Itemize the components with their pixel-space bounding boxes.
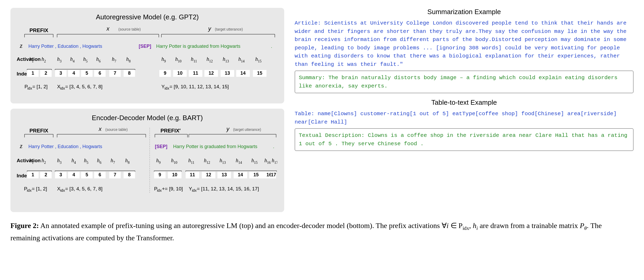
idx6-auto: 6 — [99, 71, 101, 76]
dec-h9-sub: 9 — [159, 161, 161, 165]
dec-formula-y-eq: = [11, 12, 13, 14, 15, 16, 17] — [197, 186, 259, 191]
dec-h15-sub: 15 — [254, 161, 258, 165]
idx7-auto: 7 — [114, 71, 116, 76]
enc-h6-sub: 6 — [100, 161, 101, 165]
x-sub-enc: (source table) — [105, 127, 128, 132]
h8-auto: h — [126, 56, 129, 62]
caption-text: An annotated example of prefix-tuning us… — [10, 221, 602, 242]
dec-idx17: 17 — [271, 172, 276, 177]
y-label-dec: y — [226, 126, 230, 132]
formula-p-sub-auto: idx — [27, 86, 32, 90]
enc-h7: h — [111, 158, 113, 163]
dec-idx10: 10 — [172, 172, 177, 177]
dec-idx9: 9 — [159, 172, 161, 177]
h4-auto: h — [70, 56, 73, 62]
x-label-enc: x — [99, 126, 102, 132]
z-tokens-prefix-auto: Harry Potter , Education , Hogwarts — [28, 44, 102, 49]
dec-formula-p2-eq: += [9, 10] — [162, 186, 183, 191]
dec-h16-sub: 16 — [267, 161, 271, 165]
dec-h13: h — [220, 158, 222, 163]
prefix-label-enc: PREFIX — [29, 128, 48, 133]
dec-formula-y-sub: idx — [192, 188, 197, 192]
enc-h3: h — [57, 158, 60, 163]
dec-idx15: 15 — [253, 172, 259, 177]
enc-idx6: 6 — [99, 172, 101, 177]
h6-auto: h — [96, 56, 99, 62]
h15-sub-auto: 15 — [258, 59, 262, 63]
autoregressive-diagram: Autoregressive Model (e.g. GPT2) PREFIX … — [10, 8, 284, 103]
formula-p-eq-auto: = [1, 2] — [32, 84, 48, 89]
idx10-auto: 10 — [177, 71, 183, 76]
h5-auto: h — [83, 56, 86, 62]
enc-formula-p-sub: idx — [27, 188, 32, 192]
enc-formula-x-sub: idx — [60, 188, 65, 192]
dec-idx13: 13 — [222, 172, 227, 177]
dec-h12: h — [204, 158, 206, 163]
dec-h9: h — [156, 158, 159, 163]
figure-label: Figure 2: — [10, 221, 39, 230]
dec-idx14: 14 — [238, 172, 243, 177]
enc-h4: h — [71, 158, 74, 163]
h13-sub-auto: 13 — [225, 59, 229, 63]
dec-h16: h — [264, 158, 267, 163]
h5-sub-auto: 5 — [86, 59, 88, 63]
z-label-auto: z — [20, 42, 22, 49]
h15-auto: h — [255, 56, 258, 62]
h2-auto: h — [41, 56, 44, 62]
z-sep-auto: [SEP] — [139, 44, 151, 49]
y-sub-dec: (target utterance) — [233, 127, 261, 132]
h14-sub-auto: 14 — [241, 59, 245, 63]
idx13-auto: 13 — [225, 71, 230, 76]
dec-h17: h — [272, 158, 274, 163]
idx14-auto: 14 — [240, 71, 246, 76]
h1-sub-auto: 1 — [32, 59, 34, 63]
z-dec-sep: [SEP] — [155, 144, 167, 149]
activation-label-auto: Activation — [17, 56, 41, 62]
x-label-auto: x — [106, 25, 110, 32]
enc-idx4: 4 — [72, 172, 75, 177]
enc-idx2: 2 — [45, 172, 47, 177]
autoregressive-title: Autoregressive Model (e.g. GPT2) — [17, 13, 278, 21]
idx3-auto: 3 — [59, 71, 62, 76]
h12-auto: h — [206, 56, 209, 62]
h9-sub-auto: 9 — [164, 59, 166, 63]
x-sub-auto: (source table) — [118, 27, 141, 31]
enc-h1: h — [29, 158, 32, 163]
formula-y-eq-auto: = [9, 10, 11, 12, 13, 14, 15] — [169, 84, 229, 89]
enc-h8: h — [125, 158, 128, 163]
h13-auto: h — [223, 56, 225, 62]
enc-h2: h — [41, 158, 44, 163]
h1-auto: h — [29, 56, 32, 62]
dec-formula-p2-sub: idx — [157, 188, 162, 192]
table-title: Table-to-text Example — [295, 98, 634, 107]
activation-label-enc: Activation — [17, 158, 41, 163]
enc-idx5: 5 — [86, 172, 88, 177]
z-tokens-y-auto: Harry Potter is graduated from Hogwarts — [156, 44, 240, 49]
idx2-auto: 2 — [45, 71, 47, 76]
h4-sub-auto: 4 — [73, 59, 75, 63]
h14-auto: h — [238, 56, 241, 62]
enc-idx3: 3 — [59, 172, 62, 177]
idx11-auto: 11 — [193, 71, 198, 76]
idx5-auto: 5 — [86, 71, 88, 76]
prefix-label-auto: PREFIX — [29, 27, 48, 33]
z-period-auto: . — [271, 44, 272, 49]
autoregressive-svg: PREFIX x (source table) y (target uttera… — [17, 24, 277, 97]
dec-h11-sub: 11 — [191, 161, 194, 165]
dec-h11: h — [188, 158, 191, 163]
z-dec-tokens: Harry Potter is graduated from Hogwarts — [173, 144, 257, 149]
article-text: Article: Scientists at University Colleg… — [295, 19, 634, 68]
idx15-auto: 15 — [257, 71, 262, 76]
enc-h4-sub: 4 — [74, 161, 76, 165]
z-enc-tokens: Harry Potter , Education , Hogwarts — [28, 144, 102, 149]
dec-h17-sub: 17 — [274, 161, 277, 165]
enc-h5: h — [84, 158, 87, 163]
h11-sub-auto: 11 — [193, 59, 197, 63]
dec-idx12: 12 — [206, 172, 211, 177]
description-box: Textual Description: Clowns is a coffee … — [295, 128, 634, 151]
y-label-auto: y — [208, 25, 212, 32]
h9-auto: h — [161, 56, 164, 62]
z-label-enc: z — [20, 142, 22, 150]
h8-sub-auto: 8 — [129, 59, 131, 63]
idx8-auto: 8 — [128, 71, 131, 76]
